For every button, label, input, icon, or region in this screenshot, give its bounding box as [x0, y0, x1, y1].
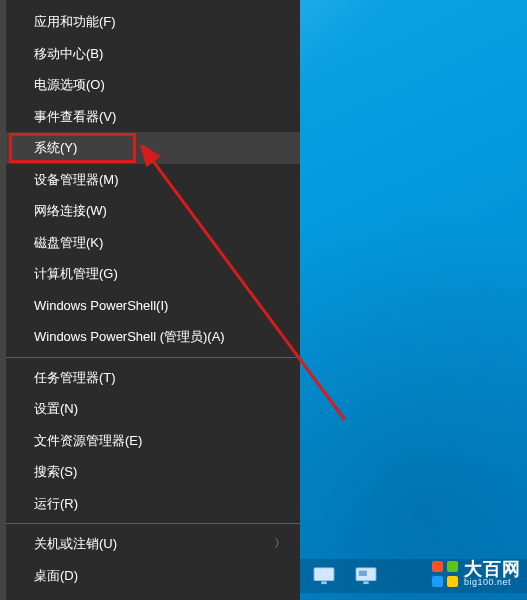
menu-label: 关机或注销(U) — [34, 536, 117, 551]
svg-rect-1 — [314, 568, 334, 581]
menu-label: 任务管理器(T) — [34, 370, 116, 385]
menu-item-powershell-admin[interactable]: Windows PowerShell (管理员)(A) — [6, 321, 300, 353]
menu-label: Windows PowerShell(I) — [34, 298, 168, 313]
watermark-url: big100.net — [464, 578, 521, 587]
menu-label: Windows PowerShell (管理员)(A) — [34, 329, 225, 344]
menu-label: 设置(N) — [34, 401, 78, 416]
menu-separator — [6, 523, 300, 524]
menu-item-network-connections[interactable]: 网络连接(W) — [6, 195, 300, 227]
menu-label: 搜索(S) — [34, 464, 77, 479]
svg-rect-5 — [359, 571, 367, 576]
watermark-logo-icon — [432, 561, 458, 587]
svg-rect-4 — [363, 581, 368, 584]
menu-item-task-manager[interactable]: 任务管理器(T) — [6, 362, 300, 394]
menu-item-power-options[interactable]: 电源选项(O) — [6, 69, 300, 101]
menu-item-desktop[interactable]: 桌面(D) — [6, 560, 300, 592]
menu-label: 应用和功能(F) — [34, 14, 116, 29]
screenshot-root: 应用和功能(F) 移动中心(B) 电源选项(O) 事件查看器(V) 系统(Y) … — [0, 0, 527, 600]
menu-label: 运行(R) — [34, 496, 78, 511]
menu-label: 网络连接(W) — [34, 203, 107, 218]
menu-item-event-viewer[interactable]: 事件查看器(V) — [6, 101, 300, 133]
menu-label: 系统(Y) — [34, 140, 77, 155]
chevron-right-icon: 〉 — [274, 528, 286, 560]
menu-label: 设备管理器(M) — [34, 172, 119, 187]
menu-label: 桌面(D) — [34, 568, 78, 583]
watermark-brand: 大百网 — [464, 560, 521, 578]
watermark: 大百网 big100.net — [432, 560, 521, 587]
taskbar-icon-monitor2[interactable] — [348, 562, 384, 590]
menu-item-computer-management[interactable]: 计算机管理(G) — [6, 258, 300, 290]
svg-rect-2 — [321, 581, 326, 584]
menu-label: 移动中心(B) — [34, 46, 103, 61]
menu-label: 事件查看器(V) — [34, 109, 116, 124]
taskbar-icon-monitor1[interactable] — [306, 562, 342, 590]
watermark-text: 大百网 big100.net — [464, 560, 521, 587]
menu-item-powershell[interactable]: Windows PowerShell(I) — [6, 290, 300, 322]
menu-separator — [6, 357, 300, 358]
menu-item-file-explorer[interactable]: 文件资源管理器(E) — [6, 425, 300, 457]
menu-item-device-manager[interactable]: 设备管理器(M) — [6, 164, 300, 196]
winx-power-menu: 应用和功能(F) 移动中心(B) 电源选项(O) 事件查看器(V) 系统(Y) … — [6, 0, 300, 600]
menu-item-run[interactable]: 运行(R) — [6, 488, 300, 520]
menu-item-search[interactable]: 搜索(S) — [6, 456, 300, 488]
menu-item-settings[interactable]: 设置(N) — [6, 393, 300, 425]
menu-item-apps-features[interactable]: 应用和功能(F) — [6, 6, 300, 38]
menu-label: 磁盘管理(K) — [34, 235, 103, 250]
menu-label: 计算机管理(G) — [34, 266, 118, 281]
menu-item-system[interactable]: 系统(Y) — [6, 132, 300, 164]
menu-label: 电源选项(O) — [34, 77, 105, 92]
menu-item-mobility-center[interactable]: 移动中心(B) — [6, 38, 300, 70]
menu-item-shutdown[interactable]: 关机或注销(U) 〉 — [6, 528, 300, 560]
menu-label: 文件资源管理器(E) — [34, 433, 142, 448]
menu-item-disk-management[interactable]: 磁盘管理(K) — [6, 227, 300, 259]
